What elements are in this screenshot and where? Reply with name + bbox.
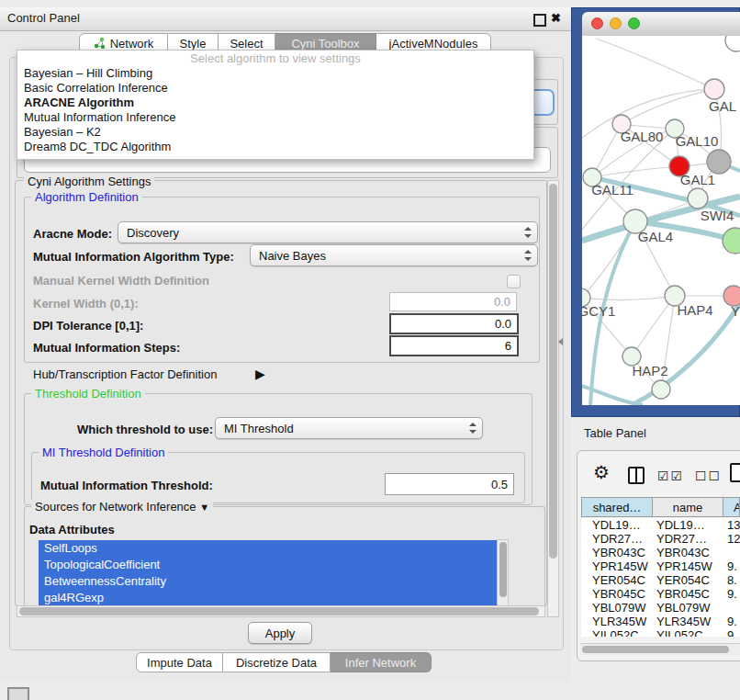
mi-steps-field[interactable]: 6: [389, 335, 519, 356]
mi-algorithm-type-label: Mutual Information Algorithm Type:: [33, 250, 234, 264]
tab-discretize-data[interactable]: Discretize Data: [223, 652, 331, 672]
cyni-bottom-tabs: Impute DataDiscretize DataInfer Network: [136, 652, 432, 672]
tab-label: Discretize Data: [236, 656, 317, 670]
list-scrollbar[interactable]: [497, 539, 509, 606]
column-layout-icon[interactable]: [628, 467, 645, 484]
aracne-mode-select[interactable]: Discovery: [118, 221, 538, 243]
zoom-traffic-light[interactable]: [628, 17, 640, 29]
table-cell: YBR043C: [581, 546, 652, 559]
network-node-gal[interactable]: [704, 79, 724, 99]
column-header-a[interactable]: A: [723, 497, 740, 517]
table-cell: YER054C: [581, 573, 652, 587]
algorithm-option-bayesian-k2[interactable]: Bayesian – K2: [17, 125, 533, 140]
page-icon[interactable]: [730, 463, 740, 482]
mi-threshold-field[interactable]: 0.5: [385, 473, 514, 495]
close-traffic-light[interactable]: [591, 17, 603, 29]
settings-vertical-scrollbar[interactable]: [547, 180, 559, 617]
stepper-arrows-icon[interactable]: [468, 423, 477, 434]
screen: Control Panel ✖ NetworkStyleSelectCyni T…: [0, 0, 740, 700]
table-row[interactable]: YBL079WYBL079W: [581, 601, 740, 615]
data-attributes-list[interactable]: SelfLoopsTopologicalCoefficientBetweenne…: [39, 540, 509, 606]
sources-title[interactable]: Sources for Network Inference ▼: [31, 500, 213, 514]
node-label-hap2: HAP2: [632, 363, 667, 378]
table-cell: 9: [723, 628, 740, 637]
node-label-gal80: GAL80: [621, 129, 664, 144]
stepper-arrows-icon[interactable]: [523, 250, 532, 261]
collapse-arrow-icon[interactable]: ▼: [199, 502, 209, 513]
splitter-collapse-handle[interactable]: [558, 338, 563, 345]
table-row[interactable]: YER054CYER054C8.: [581, 573, 740, 587]
dpi-tolerance-field[interactable]: 0.0: [389, 313, 519, 334]
tab-impute-data[interactable]: Impute Data: [136, 652, 223, 672]
mi-steps-label: Mutual Information Steps:: [33, 341, 180, 355]
table-cell: YDR27…: [652, 532, 723, 546]
table-cell: YPR145W: [652, 559, 723, 573]
algorithm-option-mutual-information-inference[interactable]: Mutual Information Inference: [17, 110, 533, 125]
minimize-traffic-light[interactable]: [610, 17, 622, 29]
attribute-item-topologicalcoefficient[interactable]: TopologicalCoefficient: [39, 557, 509, 573]
network-node[interactable]: [725, 36, 740, 51]
attribute-item-gal4rgexp[interactable]: gal4RGexp: [39, 590, 509, 606]
checked-boxes-icon[interactable]: ☑☑: [657, 469, 684, 483]
table-cell: YLR345W: [581, 615, 652, 628]
close-icon[interactable]: ✖: [551, 11, 561, 25]
unchecked-boxes-icon[interactable]: ☐☐: [695, 469, 722, 483]
node-label-gal1: GAL1: [680, 172, 715, 187]
threshold-definition-title: Threshold Definition: [31, 387, 145, 401]
which-threshold-label: Which threshold to use:: [77, 423, 213, 436]
which-threshold-select[interactable]: MI Threshold: [215, 417, 483, 439]
network-window-titlebar[interactable]: [582, 12, 740, 37]
network-node[interactable]: [652, 380, 670, 399]
table-cell: 9.: [723, 559, 740, 573]
algorithm-option-aracne-algorithm[interactable]: ARACNE Algorithm: [17, 96, 533, 110]
mi-algorithm-type-select[interactable]: Naive Bayes: [250, 244, 538, 266]
column-header-shared[interactable]: shared…: [581, 497, 653, 517]
table-scrollbar-thumb[interactable]: [582, 646, 729, 653]
tab-label: Style: [180, 37, 207, 51]
horizontal-scrollbar-thumb[interactable]: [19, 607, 539, 615]
network-node-swi4[interactable]: [688, 188, 708, 209]
vertical-scrollbar-thumb[interactable]: [549, 184, 557, 559]
settings-group-title: Cyni Algorithm Settings: [24, 175, 154, 188]
list-scrollbar-thumb[interactable]: [499, 542, 507, 597]
network-canvas[interactable]: GALGAL80GAL10GAL1GAL11SWI4GAL4GCY1HAP4YH…: [582, 36, 740, 405]
attribute-item-selfloops[interactable]: SelfLoops: [39, 540, 509, 557]
network-graph: GALGAL80GAL10GAL1GAL11SWI4GAL4GCY1HAP4YH…: [582, 36, 740, 405]
expand-arrow-icon[interactable]: ▶: [255, 367, 265, 381]
restore-panel-icon[interactable]: [7, 687, 29, 700]
table-row[interactable]: YBR045CYBR045C9.: [581, 587, 740, 601]
network-node[interactable]: [707, 150, 731, 174]
tab-label: jActiveMNodules: [389, 37, 478, 51]
hub-definition-label[interactable]: Hub/Transcription Factor Definition: [33, 367, 217, 381]
table-cell: [723, 601, 740, 615]
table-row[interactable]: YDL19…YDL19…13: [581, 518, 740, 532]
table-cell: YDL19…: [581, 518, 652, 532]
stepper-arrows-icon[interactable]: [523, 227, 532, 238]
table-cell: YBL079W: [652, 601, 723, 615]
node-label-gal11: GAL11: [591, 182, 633, 198]
node-label-gal4: GAL4: [638, 229, 673, 244]
which-threshold-value: MI Threshold: [224, 422, 294, 435]
table-cell: YDR27…: [581, 532, 652, 546]
column-header-name[interactable]: name: [652, 497, 723, 517]
table-row[interactable]: YPR145WYPR145W9.: [581, 559, 740, 573]
table-row[interactable]: YDR27…YDR27…12: [581, 532, 740, 546]
table-row[interactable]: YIL052CYIL052C9: [581, 628, 740, 637]
attribute-item-betweennesscentrality[interactable]: BetweennessCentrality: [39, 573, 509, 590]
network-node[interactable]: [723, 228, 740, 254]
table-cell: YIL052C: [581, 628, 652, 637]
algorithm-option-bayesian-hill-climbing[interactable]: Bayesian – Hill Climbing: [17, 66, 533, 81]
manual-kernel-width-checkbox[interactable]: [507, 275, 521, 288]
algorithm-option-dream8-dc-tdc-algorithm[interactable]: Dream8 DC_TDC Algorithm: [17, 140, 533, 154]
table-row[interactable]: YLR345WYLR345W9.: [581, 615, 740, 628]
float-window-icon[interactable]: [533, 14, 546, 27]
algorithm-option-basic-correlation-inference[interactable]: Basic Correlation Inference: [17, 81, 533, 96]
mi-algorithm-type-value: Naive Bayes: [259, 249, 326, 263]
table-row[interactable]: YBR043CYBR043C: [581, 546, 740, 559]
apply-button[interactable]: Apply: [248, 622, 312, 644]
settings-horizontal-scrollbar[interactable]: [17, 605, 545, 617]
kernel-width-field[interactable]: 0.0: [389, 292, 517, 311]
tab-infer-network[interactable]: Infer Network: [331, 652, 432, 672]
table-horizontal-scrollbar[interactable]: [580, 643, 740, 655]
gear-icon[interactable]: ⚙: [593, 463, 610, 481]
